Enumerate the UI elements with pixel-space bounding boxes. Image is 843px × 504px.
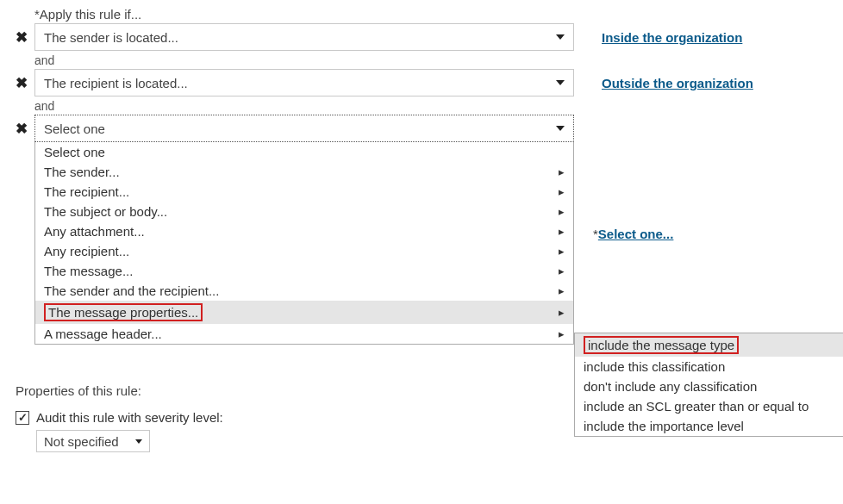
menu-item[interactable]: The subject or body...▸ bbox=[35, 202, 573, 221]
menu-item-label: A message header... bbox=[44, 327, 162, 341]
condition-3-dropdown[interactable]: Select one bbox=[34, 115, 574, 142]
submenu-item[interactable]: don't include any classification bbox=[575, 376, 843, 396]
and-label-1: and bbox=[34, 53, 827, 67]
chevron-right-icon: ▸ bbox=[559, 205, 565, 218]
menu-item[interactable]: A message header...▸ bbox=[35, 324, 573, 344]
chevron-right-icon: ▸ bbox=[559, 185, 565, 198]
condition-1-link[interactable]: Inside the organization bbox=[602, 30, 742, 45]
and-label-2: and bbox=[34, 99, 827, 113]
menu-item[interactable]: Any attachment...▸ bbox=[35, 221, 573, 241]
menu-item-label: Any attachment... bbox=[44, 224, 145, 239]
menu-item[interactable]: The message properties...▸ bbox=[35, 301, 573, 324]
condition-1-dropdown[interactable]: The sender is located... bbox=[34, 23, 574, 51]
condition-submenu: include the message typeinclude this cla… bbox=[574, 333, 843, 437]
chevron-right-icon: ▸ bbox=[559, 165, 565, 178]
menu-item-label: The message... bbox=[44, 264, 133, 278]
submenu-item[interactable]: include the importance level bbox=[575, 416, 843, 436]
menu-item-label: The message properties... bbox=[44, 303, 203, 321]
menu-item-label: The subject or body... bbox=[44, 204, 167, 219]
submenu-item-label: include the message type bbox=[584, 336, 739, 354]
menu-item-label: Any recipient... bbox=[44, 244, 129, 258]
remove-condition-3[interactable]: ✖ bbox=[16, 120, 34, 138]
menu-item[interactable]: Select one bbox=[35, 142, 573, 162]
condition-3-value: Select one bbox=[44, 121, 105, 136]
condition-menu: Select oneThe sender...▸The recipient...… bbox=[34, 142, 574, 345]
select-one-link[interactable]: Select one... bbox=[598, 227, 674, 241]
chevron-right-icon: ▸ bbox=[559, 284, 565, 297]
severity-dropdown[interactable]: Not specified bbox=[36, 430, 150, 452]
chevron-down-icon bbox=[556, 34, 565, 40]
remove-condition-2[interactable]: ✖ bbox=[16, 74, 34, 92]
apply-rule-title: *Apply this rule if... bbox=[34, 7, 827, 22]
menu-item[interactable]: The message...▸ bbox=[35, 261, 573, 281]
chevron-down-icon bbox=[135, 439, 142, 444]
severity-value: Not specified bbox=[44, 434, 119, 449]
submenu-item[interactable]: include an SCL greater than or equal to bbox=[575, 396, 843, 416]
menu-item[interactable]: The sender and the recipient...▸ bbox=[35, 281, 573, 301]
menu-item-label: The recipient... bbox=[44, 184, 129, 199]
chevron-right-icon: ▸ bbox=[559, 225, 565, 238]
chevron-down-icon bbox=[556, 80, 565, 85]
chevron-down-icon bbox=[556, 126, 565, 131]
menu-item[interactable]: The recipient...▸ bbox=[35, 182, 573, 202]
condition-2-dropdown[interactable]: The recipient is located... bbox=[34, 69, 574, 96]
submenu-item[interactable]: include the message type bbox=[575, 333, 843, 357]
condition-2-link[interactable]: Outside the organization bbox=[602, 76, 753, 90]
menu-item[interactable]: Any recipient...▸ bbox=[35, 241, 573, 261]
remove-condition-1[interactable]: ✖ bbox=[16, 28, 34, 47]
chevron-right-icon: ▸ bbox=[559, 306, 565, 319]
condition-2-value: The recipient is located... bbox=[44, 76, 188, 90]
chevron-right-icon: ▸ bbox=[559, 245, 565, 258]
menu-item-label: The sender... bbox=[44, 165, 120, 179]
chevron-right-icon: ▸ bbox=[559, 264, 565, 277]
submenu-item[interactable]: include this classification bbox=[575, 357, 843, 376]
menu-item[interactable]: The sender...▸ bbox=[35, 162, 573, 182]
chevron-right-icon: ▸ bbox=[559, 327, 565, 340]
condition-1-value: The sender is located... bbox=[44, 30, 178, 45]
audit-label: Audit this rule with severity level: bbox=[36, 410, 223, 425]
menu-item-label: The sender and the recipient... bbox=[44, 283, 219, 298]
audit-checkbox[interactable]: ✓ bbox=[16, 411, 29, 425]
